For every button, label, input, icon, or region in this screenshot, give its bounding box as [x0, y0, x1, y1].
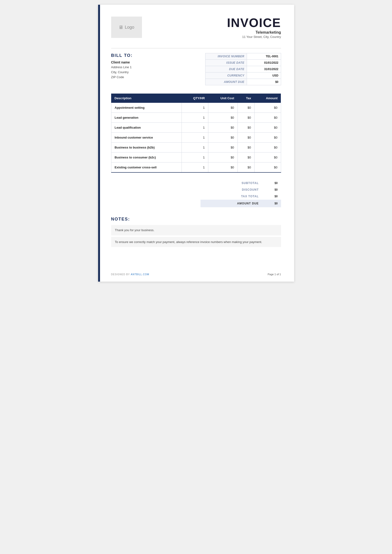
- note-item-0: Thank you for your business.: [111, 225, 281, 235]
- table-row: Lead generation 1 $0 $0 $0: [111, 113, 281, 123]
- detail-label-0: INVOICE NUMBER: [205, 53, 247, 60]
- logo-icon: 🖥: [119, 25, 123, 30]
- detail-label-4: AMOUNT DUE: [205, 79, 247, 85]
- item-qty-3: 1: [182, 133, 208, 143]
- detail-label-2: DUE DATE: [205, 66, 247, 72]
- notes-label: NOTES:: [111, 217, 281, 222]
- header-divider: [111, 48, 281, 48]
- totals-table: SUBTOTAL $0 DISCOUNT $0 TAX TOTAL $0 AMO…: [201, 180, 281, 207]
- detail-value-3: USD: [247, 72, 281, 79]
- invoice-detail-row: CURRENCY USD: [205, 72, 281, 79]
- footer: DESIGNED BY ANTBILL.COM Page 1 of 1: [111, 273, 281, 276]
- item-unit-cost-6: $0: [208, 162, 238, 173]
- table-header-row: Description QTY/HR Unit Cost Tax Amount: [111, 94, 281, 103]
- totals-section: SUBTOTAL $0 DISCOUNT $0 TAX TOTAL $0 AMO…: [111, 180, 281, 207]
- antbill-link[interactable]: ANTBILL.COM: [131, 273, 149, 276]
- footer-left: DESIGNED BY ANTBILL.COM: [111, 273, 149, 276]
- invoice-header: 🖥 Logo INVOICE Telemarketing 11 Your Str…: [111, 17, 281, 39]
- table-row: Appointment setting 1 $0 $0 $0: [111, 103, 281, 113]
- detail-value-1: 01/01/2022: [247, 60, 281, 66]
- tax-total-label: TAX TOTAL: [201, 193, 262, 200]
- page-info: Page 1 of 1: [268, 273, 281, 276]
- items-table: Description QTY/HR Unit Cost Tax Amount …: [111, 94, 281, 173]
- item-unit-cost-5: $0: [208, 152, 238, 162]
- item-qty-1: 1: [182, 113, 208, 123]
- invoice-title-block: INVOICE Telemarketing 11 Your Street, Ci…: [227, 17, 281, 39]
- company-address: 11 Your Street, City, Country: [227, 35, 281, 39]
- item-description-4: Business to business (b2b): [111, 143, 182, 152]
- invoice-title: INVOICE: [227, 17, 281, 29]
- item-amount-3: $0: [255, 133, 281, 143]
- item-unit-cost-1: $0: [208, 113, 238, 123]
- col-tax: Tax: [238, 94, 254, 103]
- item-description-3: Inbound customer service: [111, 133, 182, 143]
- client-name: Client name: [111, 60, 205, 64]
- table-row: Existing customer cross-sell 1 $0 $0 $0: [111, 162, 281, 173]
- bill-to-block: BILL TO: Client name Address Line 1 City…: [111, 53, 205, 80]
- item-unit-cost-4: $0: [208, 143, 238, 152]
- item-tax-2: $0: [238, 123, 254, 133]
- item-description-2: Lead qualification: [111, 123, 182, 133]
- item-tax-6: $0: [238, 162, 254, 173]
- item-amount-0: $0: [255, 103, 281, 113]
- detail-value-2: 31/01/2022: [247, 66, 281, 72]
- discount-label: DISCOUNT: [201, 187, 262, 193]
- client-address-line2: City, Country: [111, 70, 205, 75]
- col-description: Description: [111, 94, 182, 103]
- detail-label-1: ISSUE DATE: [205, 60, 247, 66]
- amount-due-value: $0: [262, 200, 281, 207]
- item-tax-5: $0: [238, 152, 254, 162]
- item-unit-cost-3: $0: [208, 133, 238, 143]
- item-description-5: Business to consumer (b2c): [111, 152, 182, 162]
- invoice-details-table: INVOICE NUMBER TEL-0001 ISSUE DATE 01/01…: [205, 53, 281, 85]
- col-unit-cost: Unit Cost: [208, 94, 238, 103]
- item-amount-4: $0: [255, 143, 281, 152]
- subtotal-value: $0: [262, 180, 281, 187]
- billing-section: BILL TO: Client name Address Line 1 City…: [111, 53, 281, 85]
- item-tax-4: $0: [238, 143, 254, 152]
- item-qty-0: 1: [182, 103, 208, 113]
- item-tax-3: $0: [238, 133, 254, 143]
- invoice-detail-row: INVOICE NUMBER TEL-0001: [205, 53, 281, 60]
- tax-total-value: $0: [262, 193, 281, 200]
- invoice-detail-row: AMOUNT DUE $0: [205, 79, 281, 85]
- table-row: Business to consumer (b2c) 1 $0 $0 $0: [111, 152, 281, 162]
- item-qty-2: 1: [182, 123, 208, 133]
- col-amount: Amount: [255, 94, 281, 103]
- item-tax-1: $0: [238, 113, 254, 123]
- item-description-6: Existing customer cross-sell: [111, 162, 182, 173]
- logo-box: 🖥 Logo: [111, 17, 142, 38]
- company-name: Telemarketing: [227, 30, 281, 35]
- amount-due-label: AMOUNT DUE: [201, 200, 262, 207]
- designed-by-label: DESIGNED BY: [111, 273, 130, 276]
- item-qty-5: 1: [182, 152, 208, 162]
- discount-row: DISCOUNT $0: [201, 187, 281, 193]
- item-amount-2: $0: [255, 123, 281, 133]
- detail-label-3: CURRENCY: [205, 72, 247, 79]
- logo-text: Logo: [125, 25, 134, 30]
- subtotal-row: SUBTOTAL $0: [201, 180, 281, 187]
- invoice-page: 🖥 Logo INVOICE Telemarketing 11 Your Str…: [98, 5, 294, 282]
- detail-value-0: TEL-0001: [247, 53, 281, 60]
- invoice-detail-row: DUE DATE 31/01/2022: [205, 66, 281, 72]
- item-amount-5: $0: [255, 152, 281, 162]
- item-qty-4: 1: [182, 143, 208, 152]
- notes-section: NOTES: Thank you for your business.To en…: [111, 217, 281, 247]
- table-row: Lead qualification 1 $0 $0 $0: [111, 123, 281, 133]
- item-description-0: Appointment setting: [111, 103, 182, 113]
- item-amount-6: $0: [255, 162, 281, 173]
- bill-to-label: BILL TO:: [111, 53, 205, 58]
- note-item-1: To ensure we correctly match your paymen…: [111, 237, 281, 247]
- table-row: Business to business (b2b) 1 $0 $0 $0: [111, 143, 281, 152]
- invoice-detail-row: ISSUE DATE 01/01/2022: [205, 60, 281, 66]
- item-qty-6: 1: [182, 162, 208, 173]
- item-unit-cost-0: $0: [208, 103, 238, 113]
- subtotal-label: SUBTOTAL: [201, 180, 262, 187]
- item-amount-1: $0: [255, 113, 281, 123]
- table-row: Inbound customer service 1 $0 $0 $0: [111, 133, 281, 143]
- col-qty: QTY/HR: [182, 94, 208, 103]
- detail-value-4: $0: [247, 79, 281, 85]
- item-description-1: Lead generation: [111, 113, 182, 123]
- amount-due-row: AMOUNT DUE $0: [201, 200, 281, 207]
- discount-value: $0: [262, 187, 281, 193]
